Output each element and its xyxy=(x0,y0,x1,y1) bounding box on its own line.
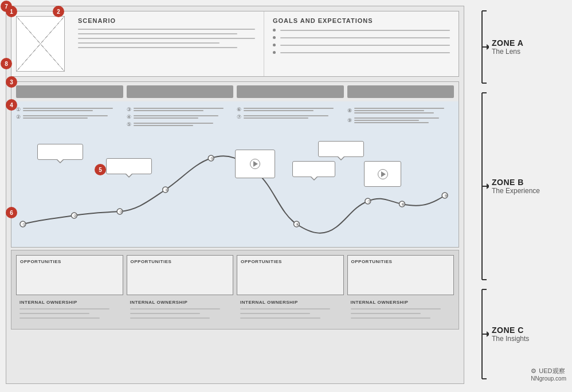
goals-label: GOALS AND EXPECTATIONS xyxy=(273,17,450,24)
zone-b-bracket xyxy=(477,92,489,281)
opportunities-label-4: OPPORTUNITIES xyxy=(351,259,450,264)
badge-4: 4 xyxy=(6,99,17,111)
bullet-4 xyxy=(273,51,276,54)
bullet-1 xyxy=(273,29,276,32)
opportunities-box-2: OPPORTUNITIES xyxy=(127,255,234,295)
col-header-4 xyxy=(347,85,455,98)
badge-3: 3 xyxy=(6,76,17,88)
opportunities-box-1: OPPORTUNITIES xyxy=(16,255,123,295)
zone-c-bracket xyxy=(477,288,489,380)
opportunities-label-3: OPPORTUNITIES xyxy=(241,259,340,264)
badge-8: 8 xyxy=(1,58,12,69)
data-col-2: ③ ④ ⑤ xyxy=(127,104,234,130)
bullet-2 xyxy=(273,36,276,39)
goal-line-1 xyxy=(280,30,450,31)
data-item-8: ⑧ xyxy=(347,107,455,115)
journey-section: 5 6 ① ② ③ ④ ⑤ ⑥ ⑦ xyxy=(11,132,459,247)
scenario-line-5 xyxy=(78,47,237,48)
internal-ownership-1: INTERNAL OWNERSHIP xyxy=(16,297,123,324)
badge-6: 6 xyxy=(6,207,17,218)
svg-marker-14 xyxy=(487,331,489,337)
play-icon-2 xyxy=(378,169,388,179)
zone-c-name: ZONE C xyxy=(492,326,529,335)
zone-c-bracket-svg xyxy=(477,288,489,380)
data-item-9: ⑨ xyxy=(347,116,455,124)
internal-ownership-4: INTERNAL OWNERSHIP xyxy=(347,297,455,324)
badge-7: 7 xyxy=(1,1,12,12)
internal-label-3: INTERNAL OWNERSHIP xyxy=(240,300,340,305)
badge-5: 5 xyxy=(95,164,106,175)
scenario-line-2 xyxy=(78,33,237,34)
scenario-section: SCENARIO xyxy=(69,11,264,76)
data-col-4: ⑧ ⑨ xyxy=(347,104,455,130)
data-rows: ① ② ③ ④ ⑤ xyxy=(11,101,459,132)
play-triangle-1 xyxy=(253,161,258,167)
data-item-6: ⑥ xyxy=(237,107,344,112)
dot-label-4: ④ xyxy=(165,188,169,192)
zone-labels: ZONE A The Lens ZONE B The Experience xyxy=(477,6,566,384)
data-col-3: ⑥ ⑦ xyxy=(237,104,344,130)
data-item-5: ⑤ xyxy=(127,121,234,127)
dot-label-3: ③ xyxy=(119,210,123,214)
watermark-icon: ⚙ xyxy=(531,367,536,375)
play-icon-1 xyxy=(250,159,260,169)
dot-label-5: ⑤ xyxy=(210,156,214,160)
zone-c-subtitle: The Insights xyxy=(492,335,529,343)
watermark-line1: UED观察 xyxy=(539,367,565,375)
play-triangle-2 xyxy=(381,171,386,177)
data-col-1: ① ② xyxy=(16,104,123,130)
col-header-3 xyxy=(237,85,344,98)
zone-b-subtitle: The Experience xyxy=(492,187,540,195)
opportunities-box-3: OPPORTUNITIES xyxy=(237,255,344,295)
zone-c-grid: OPPORTUNITIES INTERNAL OWNERSHIP OPPORTU… xyxy=(11,250,459,329)
zone-b-label-container: ZONE B The Experience xyxy=(477,92,566,281)
scenario-line-1 xyxy=(78,29,255,30)
opportunities-label-1: OPPORTUNITIES xyxy=(20,259,119,264)
zone-c-col-2: OPPORTUNITIES INTERNAL OWNERSHIP xyxy=(127,255,234,324)
goal-3 xyxy=(273,44,450,46)
zone-a: 1 2 SCENARIO GOALS AND EXPECTATIONS xyxy=(11,11,459,77)
zone-a-bracket-svg xyxy=(477,10,489,84)
data-item-3: ③ xyxy=(127,107,234,112)
goals-section: GOALS AND EXPECTATIONS xyxy=(264,11,459,76)
zone-b-name: ZONE B xyxy=(492,178,540,187)
video-1 xyxy=(235,150,275,178)
internal-label-4: INTERNAL OWNERSHIP xyxy=(351,300,451,305)
bullet-3 xyxy=(273,44,276,46)
goal-1 xyxy=(273,29,450,32)
zone-c-col-1: OPPORTUNITIES INTERNAL OWNERSHIP xyxy=(16,255,123,324)
zone-b-bracket-svg xyxy=(477,92,489,281)
zone-c: 7 8 OPPORTUNITIES INTERNAL OWNERSHIP OPP… xyxy=(11,250,459,330)
internal-ownership-3: INTERNAL OWNERSHIP xyxy=(237,297,344,324)
opportunities-label-2: OPPORTUNITIES xyxy=(131,259,230,264)
zone-c-col-4: OPPORTUNITIES INTERNAL OWNERSHIP xyxy=(347,255,455,324)
zone-a-bracket xyxy=(477,10,489,84)
watermark: ⚙ UED观察 NNgroup.com xyxy=(531,367,566,382)
watermark-logo: ⚙ UED观察 xyxy=(531,367,566,375)
internal-label-2: INTERNAL OWNERSHIP xyxy=(130,300,230,305)
scenario-image xyxy=(16,16,65,72)
dot-label-9: ⑨ xyxy=(444,194,448,198)
speech-bubble-2 xyxy=(106,158,152,174)
data-item-2: ② xyxy=(16,114,123,120)
goal-line-4 xyxy=(280,52,450,53)
goal-line-2 xyxy=(280,37,450,38)
dot-label-6: ⑥ xyxy=(296,222,299,226)
data-item-7: ⑦ xyxy=(237,114,344,120)
scenario-line-3 xyxy=(78,38,255,39)
watermark-line2: NNgroup.com xyxy=(531,375,566,382)
goal-4 xyxy=(273,51,450,54)
col-header-1 xyxy=(16,85,123,98)
main-diagram: 1 2 SCENARIO GOALS AND EXPECTATIONS xyxy=(6,6,464,384)
zone-a-subtitle: The Lens xyxy=(492,48,523,56)
speech-bubble-3 xyxy=(318,141,364,157)
video-2 xyxy=(364,161,401,187)
speech-bubble-1 xyxy=(37,144,83,160)
dot-label-8: ⑧ xyxy=(402,202,405,206)
zone-a-name: ZONE A xyxy=(492,38,523,48)
zone-a-label-container: ZONE A The Lens xyxy=(477,10,566,84)
badge-2: 2 xyxy=(53,6,64,17)
zone-b: 3 4 ① ② xyxy=(11,81,459,248)
svg-marker-4 xyxy=(487,44,489,50)
svg-marker-9 xyxy=(487,183,489,189)
